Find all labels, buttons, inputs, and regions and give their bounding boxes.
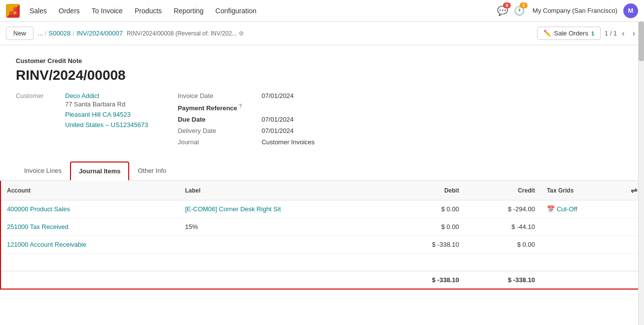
table-row-empty [1, 254, 643, 271]
invoice-date-row: Invoice Date 07/01/2024 [178, 92, 628, 99]
document-subtitle: RINV/2024/00008 (Reversal of: INV/202...… [127, 30, 244, 37]
row3-debit: $ -338.10 [389, 236, 465, 254]
notifications-button[interactable]: 💬 9 [497, 5, 508, 16]
due-date-label: Due Date [178, 116, 251, 123]
nav-to-invoice[interactable]: To Invoice [87, 4, 128, 18]
customer-info: Customer Deco Addict 77 Santa Barbara Rd… [16, 92, 148, 150]
notifications-badge: 9 [503, 2, 511, 8]
tab-journal-items[interactable]: Journal Items [70, 162, 130, 181]
row2-debit: $ 0.00 [389, 218, 465, 236]
delivery-date-label: Delivery Date [178, 127, 251, 134]
top-navigation: Sales Orders To Invoice Products Reporti… [0, 0, 644, 22]
breadcrumb-sep1: / [45, 30, 47, 37]
row1-credit: $ -294.00 [465, 200, 541, 218]
settings-icon[interactable]: ⚙ [239, 30, 244, 37]
calendar-icon: 📅 [547, 205, 555, 213]
row2-account[interactable]: 251000 Tax Received [1, 218, 179, 236]
table-footer: $ -338.10 $ -338.10 [1, 271, 643, 289]
col-credit: Credit [465, 181, 541, 200]
payment-ref-row: Payment Reference ? [178, 103, 628, 112]
pagination: 1 / 1 ‹ › [605, 28, 638, 39]
svg-rect-2 [9, 11, 12, 14]
document-type-label: Customer Credit Note [16, 57, 628, 65]
svg-rect-1 [13, 7, 16, 10]
row1-debit: $ 0.00 [389, 200, 465, 218]
table-wrapper: Account Label Debit Credit Tax Grids ⇌ 4… [1, 181, 643, 289]
row3-account[interactable]: 121000 Account Receivable [1, 236, 179, 254]
prev-button[interactable]: ‹ [619, 28, 627, 39]
delivery-date-row: Delivery Date 07/01/2024 [178, 127, 628, 134]
document-number: RINV/2024/00008 [16, 67, 628, 83]
sale-orders-label: Sale Orders [554, 30, 588, 37]
row3-credit: $ 0.00 [465, 236, 541, 254]
due-date-value: 07/01/2024 [261, 116, 293, 123]
col-label: Label [179, 181, 389, 200]
cut-off-button[interactable]: 📅 Cut-Off [547, 205, 577, 213]
brand-logo[interactable] [6, 4, 20, 18]
col-tax-grids: Tax Grids [541, 181, 623, 200]
nav-reporting[interactable]: Reporting [169, 4, 209, 18]
invoice-info: Invoice Date 07/01/2024 Payment Referenc… [178, 92, 628, 150]
journal-value: Customer Invoices [261, 138, 315, 146]
table-row: 251000 Tax Received 15% $ 0.00 $ -44.10 [1, 218, 643, 236]
nav-configuration[interactable]: Configuration [211, 4, 261, 18]
row1-tax-grids: 📅 Cut-Off [541, 200, 623, 218]
row2-label: 15% [179, 218, 389, 236]
row2-credit: $ -44.10 [465, 218, 541, 236]
customer-address-line2: Pleasant Hill CA 94523 [65, 110, 148, 120]
customer-address-line1: 77 Santa Barbara Rd [65, 99, 148, 110]
user-avatar[interactable]: M [623, 3, 638, 18]
footer-debit-total: $ -338.10 [389, 271, 465, 289]
pagination-text: 1 / 1 [605, 30, 617, 37]
tab-invoice-lines[interactable]: Invoice Lines [16, 162, 70, 181]
info-grid: Customer Deco Addict 77 Santa Barbara Rd… [16, 92, 628, 150]
tab-other-info[interactable]: Other Info [129, 162, 175, 181]
footer-credit-total: $ -338.10 [465, 271, 541, 289]
row2-tax-grids [541, 218, 623, 236]
row1-label[interactable]: [E-COM06] Corner Desk Right Sit [179, 200, 389, 218]
breadcrumb-dots[interactable]: ... [37, 30, 43, 37]
table-row: 121000 Account Receivable $ -338.10 $ 0.… [1, 236, 643, 254]
toolbar: New ... / S00028 / INV/2024/00007 RINV/2… [0, 22, 644, 45]
customer-name[interactable]: Deco Addict [65, 92, 148, 99]
invoice-date-label: Invoice Date [178, 92, 251, 99]
invoice-date-value: 07/01/2024 [261, 92, 293, 99]
payment-ref-tooltip: ? [239, 103, 242, 109]
footer-empty [1, 271, 389, 289]
activity-button[interactable]: 🕐 2 [514, 5, 525, 16]
new-button[interactable]: New [6, 27, 34, 40]
row1-account[interactable]: 400000 Product Sales [1, 200, 179, 218]
adjust-icon[interactable]: ⇌ [631, 186, 637, 195]
breadcrumb-inv[interactable]: INV/2024/00007 [76, 30, 123, 37]
svg-rect-3 [13, 11, 16, 14]
customer-address-line3: United States – US12345673 [65, 120, 148, 130]
breadcrumb-s00028[interactable]: S00028 [48, 30, 71, 37]
main-content: Customer Credit Note RINV/2024/00008 Cus… [0, 45, 644, 325]
company-name: My Company (San Francisco) [533, 7, 617, 14]
col-debit: Debit [389, 181, 465, 200]
payment-ref-label: Payment Reference ? [178, 103, 251, 112]
scrollbar-thumb[interactable] [639, 22, 644, 61]
journal-label: Journal [178, 138, 251, 146]
journal-items-section: Account Label Debit Credit Tax Grids ⇌ 4… [0, 181, 644, 290]
sale-orders-button[interactable]: ✏️ Sale Orders 1 [537, 27, 601, 40]
nav-products[interactable]: Products [130, 4, 167, 18]
customer-label: Customer [16, 92, 55, 99]
svg-rect-0 [9, 7, 12, 10]
nav-app-name[interactable]: Sales [25, 4, 52, 18]
activity-badge: 2 [520, 2, 528, 8]
document-header: Customer Credit Note RINV/2024/00008 Cus… [0, 45, 644, 150]
delivery-date-value: 07/01/2024 [261, 127, 293, 134]
edit-icon: ✏️ [543, 30, 551, 37]
due-date-row: Due Date 07/01/2024 [178, 116, 628, 123]
row3-label [179, 236, 389, 254]
breadcrumb: ... / S00028 / INV/2024/00007 [37, 30, 123, 37]
footer-empty2 [541, 271, 643, 289]
table-row: 400000 Product Sales [E-COM06] Corner De… [1, 200, 643, 218]
cut-off-label: Cut-Off [557, 205, 577, 213]
scrollbar-track[interactable] [638, 22, 644, 325]
nav-orders[interactable]: Orders [54, 4, 85, 18]
subtitle-text: RINV/2024/00008 (Reversal of: INV/202... [127, 30, 237, 37]
next-button[interactable]: › [630, 28, 638, 39]
journal-row: Journal Customer Invoices [178, 138, 628, 146]
